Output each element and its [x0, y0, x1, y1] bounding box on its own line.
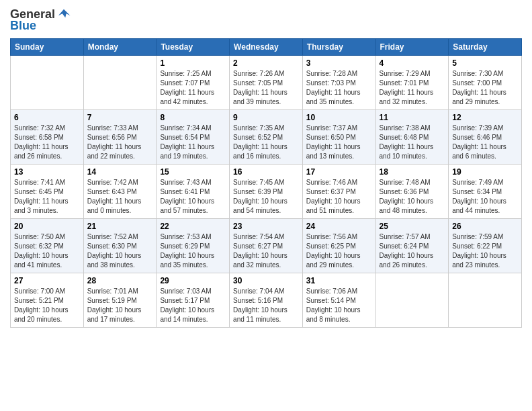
day-info-text: Sunrise: 7:43 AMSunset: 6:41 PMDaylight:… — [160, 178, 226, 216]
day-info-text: Sunrise: 7:30 AMSunset: 7:00 PMDaylight:… — [452, 69, 518, 107]
day-number: 21 — [87, 222, 153, 231]
calendar-cell: 6Sunrise: 7:32 AMSunset: 6:58 PMDaylight… — [11, 110, 84, 165]
weekday-header-row: SundayMondayTuesdayWednesdayThursdayFrid… — [11, 39, 522, 56]
day-number: 12 — [452, 113, 518, 122]
day-number: 5 — [452, 58, 518, 68]
day-number: 14 — [87, 167, 153, 177]
weekday-header-tuesday: Tuesday — [157, 39, 230, 56]
day-number: 13 — [14, 167, 80, 177]
day-number: 10 — [306, 113, 372, 122]
day-info-text: Sunrise: 7:34 AMSunset: 6:54 PMDaylight:… — [160, 124, 226, 161]
calendar-cell: 5Sunrise: 7:30 AMSunset: 7:00 PMDaylight… — [449, 56, 522, 110]
calendar-cell: 17Sunrise: 7:46 AMSunset: 6:37 PMDayligh… — [302, 165, 375, 219]
calendar-cell: 30Sunrise: 7:04 AMSunset: 5:16 PMDayligh… — [230, 273, 303, 328]
svg-marker-0 — [58, 9, 71, 17]
day-info-text: Sunrise: 7:45 AMSunset: 6:39 PMDaylight:… — [233, 178, 299, 216]
calendar-cell: 12Sunrise: 7:39 AMSunset: 6:46 PMDayligh… — [449, 110, 522, 165]
day-number: 25 — [380, 222, 445, 231]
day-info-text: Sunrise: 7:32 AMSunset: 6:58 PMDaylight:… — [14, 124, 80, 161]
day-info-text: Sunrise: 7:50 AMSunset: 6:32 PMDaylight:… — [14, 232, 80, 270]
calendar-cell — [449, 273, 522, 328]
weekday-header-wednesday: Wednesday — [230, 39, 303, 56]
weekday-header-thursday: Thursday — [302, 39, 375, 56]
day-number: 20 — [14, 222, 80, 231]
weekday-header-sunday: Sunday — [11, 39, 84, 56]
day-info-text: Sunrise: 7:29 AMSunset: 7:01 PMDaylight:… — [380, 69, 445, 107]
calendar-cell: 18Sunrise: 7:48 AMSunset: 6:36 PMDayligh… — [375, 165, 449, 219]
calendar-cell: 22Sunrise: 7:53 AMSunset: 6:29 PMDayligh… — [157, 219, 230, 273]
day-info-text: Sunrise: 7:46 AMSunset: 6:37 PMDaylight:… — [306, 178, 372, 216]
day-number: 18 — [380, 167, 445, 177]
calendar-cell: 20Sunrise: 7:50 AMSunset: 6:32 PMDayligh… — [11, 219, 84, 273]
calendar-cell: 14Sunrise: 7:42 AMSunset: 6:43 PMDayligh… — [83, 165, 157, 219]
day-number: 24 — [306, 222, 372, 231]
day-info-text: Sunrise: 7:42 AMSunset: 6:43 PMDaylight:… — [87, 178, 153, 216]
day-number: 1 — [160, 58, 226, 68]
day-info-text: Sunrise: 7:39 AMSunset: 6:46 PMDaylight:… — [452, 124, 518, 161]
day-number: 15 — [160, 167, 226, 177]
day-info-text: Sunrise: 7:52 AMSunset: 6:30 PMDaylight:… — [87, 232, 153, 270]
day-info-text: Sunrise: 7:28 AMSunset: 7:03 PMDaylight:… — [306, 69, 372, 107]
calendar-cell: 9Sunrise: 7:35 AMSunset: 6:52 PMDaylight… — [230, 110, 303, 165]
day-info-text: Sunrise: 7:35 AMSunset: 6:52 PMDaylight:… — [233, 124, 299, 161]
day-info-text: Sunrise: 7:56 AMSunset: 6:25 PMDaylight:… — [306, 232, 372, 270]
day-info-text: Sunrise: 7:48 AMSunset: 6:36 PMDaylight:… — [380, 178, 445, 216]
calendar-cell: 28Sunrise: 7:01 AMSunset: 5:19 PMDayligh… — [83, 273, 157, 328]
calendar-table: SundayMondayTuesdayWednesdayThursdayFrid… — [10, 38, 522, 328]
weekday-header-saturday: Saturday — [449, 39, 522, 56]
day-info-text: Sunrise: 7:37 AMSunset: 6:50 PMDaylight:… — [306, 124, 372, 161]
day-number: 23 — [233, 222, 299, 231]
calendar-cell — [375, 273, 449, 328]
calendar-cell: 23Sunrise: 7:54 AMSunset: 6:27 PMDayligh… — [230, 219, 303, 273]
calendar-cell: 31Sunrise: 7:06 AMSunset: 5:14 PMDayligh… — [302, 273, 375, 328]
day-number: 19 — [452, 167, 518, 177]
day-info-text: Sunrise: 7:54 AMSunset: 6:27 PMDaylight:… — [233, 232, 299, 270]
calendar-cell: 27Sunrise: 7:00 AMSunset: 5:21 PMDayligh… — [11, 273, 84, 328]
day-number: 4 — [380, 58, 445, 68]
calendar-cell: 19Sunrise: 7:49 AMSunset: 6:34 PMDayligh… — [449, 165, 522, 219]
day-info-text: Sunrise: 7:38 AMSunset: 6:48 PMDaylight:… — [380, 124, 445, 161]
day-number: 27 — [14, 276, 80, 285]
calendar-cell: 16Sunrise: 7:45 AMSunset: 6:39 PMDayligh… — [230, 165, 303, 219]
day-number: 8 — [160, 113, 226, 122]
day-number: 7 — [87, 113, 153, 122]
calendar-cell: 15Sunrise: 7:43 AMSunset: 6:41 PMDayligh… — [157, 165, 230, 219]
day-info-text: Sunrise: 7:57 AMSunset: 6:24 PMDaylight:… — [380, 232, 445, 270]
calendar-cell: 11Sunrise: 7:38 AMSunset: 6:48 PMDayligh… — [375, 110, 449, 165]
day-info-text: Sunrise: 7:26 AMSunset: 7:05 PMDaylight:… — [233, 69, 299, 107]
calendar-cell: 4Sunrise: 7:29 AMSunset: 7:01 PMDaylight… — [375, 56, 449, 110]
weekday-header-monday: Monday — [83, 39, 157, 56]
calendar-cell: 21Sunrise: 7:52 AMSunset: 6:30 PMDayligh… — [83, 219, 157, 273]
calendar-cell: 3Sunrise: 7:28 AMSunset: 7:03 PMDaylight… — [302, 56, 375, 110]
weekday-header-friday: Friday — [375, 39, 449, 56]
logo-bird-icon — [56, 7, 71, 21]
day-info-text: Sunrise: 7:41 AMSunset: 6:45 PMDaylight:… — [14, 178, 80, 216]
day-number: 2 — [233, 58, 299, 68]
day-number: 6 — [14, 113, 80, 122]
day-number: 9 — [233, 113, 299, 122]
day-info-text: Sunrise: 7:49 AMSunset: 6:34 PMDaylight:… — [452, 178, 518, 216]
day-info-text: Sunrise: 7:01 AMSunset: 5:19 PMDaylight:… — [87, 287, 153, 324]
day-number: 31 — [306, 276, 372, 285]
day-info-text: Sunrise: 7:59 AMSunset: 6:22 PMDaylight:… — [452, 232, 518, 270]
calendar-cell: 26Sunrise: 7:59 AMSunset: 6:22 PMDayligh… — [449, 219, 522, 273]
calendar-cell: 2Sunrise: 7:26 AMSunset: 7:05 PMDaylight… — [230, 56, 303, 110]
day-info-text: Sunrise: 7:04 AMSunset: 5:16 PMDaylight:… — [233, 287, 299, 324]
calendar-cell: 25Sunrise: 7:57 AMSunset: 6:24 PMDayligh… — [375, 219, 449, 273]
day-info-text: Sunrise: 7:00 AMSunset: 5:21 PMDaylight:… — [14, 287, 80, 324]
page-header: General Blue — [10, 7, 522, 33]
calendar-cell — [83, 56, 157, 110]
calendar-week-row: 6Sunrise: 7:32 AMSunset: 6:58 PMDaylight… — [11, 110, 522, 165]
calendar-cell: 10Sunrise: 7:37 AMSunset: 6:50 PMDayligh… — [302, 110, 375, 165]
calendar-cell: 7Sunrise: 7:33 AMSunset: 6:56 PMDaylight… — [83, 110, 157, 165]
day-number: 17 — [306, 167, 372, 177]
calendar-cell: 13Sunrise: 7:41 AMSunset: 6:45 PMDayligh… — [11, 165, 84, 219]
day-number: 16 — [233, 167, 299, 177]
day-number: 29 — [160, 276, 226, 285]
logo: General Blue — [10, 7, 71, 33]
calendar-cell: 29Sunrise: 7:03 AMSunset: 5:17 PMDayligh… — [157, 273, 230, 328]
calendar-cell — [11, 56, 84, 110]
page-container: General Blue SundayMondayTuesdayWednesda… — [0, 0, 532, 338]
calendar-cell: 8Sunrise: 7:34 AMSunset: 6:54 PMDaylight… — [157, 110, 230, 165]
day-number: 30 — [233, 276, 299, 285]
